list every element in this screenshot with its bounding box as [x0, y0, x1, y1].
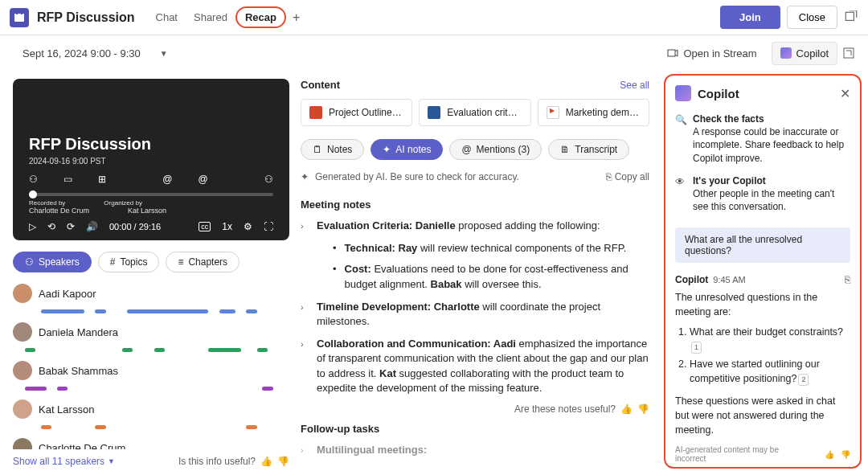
- speaker-row[interactable]: Kat Larsson: [13, 399, 289, 419]
- middle-column: Content See all Project Outline Ro... Ev…: [289, 71, 661, 475]
- speakers-list: Aadi KapoorDaniela ManderaBabak ShammasK…: [13, 284, 289, 449]
- layout-icon[interactable]: ⊞: [98, 174, 106, 185]
- speaker-timeline[interactable]: [19, 346, 289, 353]
- page-title: RFP Discussion: [37, 10, 135, 25]
- avatar: [13, 284, 32, 303]
- content-heading: Content: [301, 79, 340, 91]
- copilot-title: Copilot: [698, 87, 739, 100]
- video-player[interactable]: RFP Discussion 2024-09-16 9:00 PST ⚇ ▭ ⊞…: [13, 79, 289, 240]
- recorded-by-name: Charlotte De Crum: [29, 207, 89, 215]
- copilot-panel: Copilot ✕ 🔍 Check the factsA response co…: [664, 74, 862, 469]
- reference-badge[interactable]: 1: [691, 342, 702, 354]
- thumbs-up-icon[interactable]: 👍: [620, 403, 633, 415]
- notes-tab-ai-notes[interactable]: ✦ AI notes: [371, 139, 443, 160]
- transcript-icon: 🗎: [560, 144, 570, 155]
- thumbs-down-icon[interactable]: 👎: [637, 403, 649, 415]
- speaker-name: Charlotte De Crum: [39, 442, 125, 450]
- at-icon: @: [461, 144, 471, 155]
- tab-shared[interactable]: Shared: [186, 8, 235, 27]
- at-icon-2[interactable]: @: [199, 174, 208, 185]
- rewind-icon[interactable]: ⟲: [47, 221, 55, 232]
- join-button[interactable]: Join: [720, 6, 780, 29]
- at-icon[interactable]: @: [162, 174, 172, 185]
- settings-icon[interactable]: ⚙: [244, 221, 252, 232]
- close-icon[interactable]: ✕: [840, 86, 850, 101]
- speaker-timeline[interactable]: [19, 385, 289, 391]
- speaker-timeline[interactable]: [19, 308, 289, 314]
- followup-heading: Follow-up tasks: [301, 423, 649, 435]
- popout-icon[interactable]: [844, 10, 858, 25]
- tab-chat[interactable]: Chat: [148, 8, 186, 27]
- show-all-speakers-button[interactable]: Show all 11 speakers ▼: [13, 456, 115, 467]
- thumbs-down-icon[interactable]: 👎: [277, 456, 289, 467]
- copy-all-button[interactable]: ⎘ Copy all: [606, 171, 649, 182]
- fullscreen-icon[interactable]: ⛶: [264, 221, 273, 232]
- avatar: [13, 438, 32, 449]
- notes-tab-mentions[interactable]: @ Mentions (3): [449, 139, 542, 160]
- filter-speakers[interactable]: ⚇ Speakers: [13, 252, 92, 272]
- notes-icon: 🗒: [313, 144, 322, 155]
- avatar: [13, 322, 32, 342]
- panel-popout-icon[interactable]: [842, 47, 855, 59]
- content-card[interactable]: Evaluation criteria...: [419, 99, 530, 126]
- speaker-row[interactable]: Daniela Mandera: [13, 322, 289, 342]
- people-icon[interactable]: ⚇: [29, 174, 38, 185]
- speaker-row[interactable]: Charlotte De Crum: [13, 438, 289, 449]
- copy-icon: ⎘: [606, 171, 612, 182]
- suggestion-chip[interactable]: What are all the unresolved questions?: [675, 227, 850, 263]
- filter-topics[interactable]: # Topics: [98, 252, 160, 272]
- video-progress-bar[interactable]: [29, 193, 273, 196]
- copilot-toggle-button[interactable]: Copilot: [772, 42, 837, 65]
- tab-recap[interactable]: Recap: [235, 6, 286, 28]
- speed-label[interactable]: 1x: [222, 221, 232, 232]
- word-icon: [428, 106, 440, 119]
- thumbs-up-icon[interactable]: 👍: [260, 456, 272, 467]
- forward-icon[interactable]: ⟳: [67, 221, 75, 232]
- open-in-stream-button[interactable]: Open in Stream: [659, 43, 764, 64]
- close-button[interactable]: Close: [787, 6, 837, 29]
- play-icon[interactable]: ▷: [29, 221, 36, 232]
- magnify-icon: 🔍: [675, 113, 686, 165]
- app-header: RFP Discussion Chat Shared Recap + Join …: [0, 0, 868, 35]
- ai-disclaimer: AI-generated content may be incorrect: [675, 445, 812, 463]
- copilot-logo-icon: [675, 85, 691, 101]
- video-title: RFP Discussion: [13, 135, 289, 154]
- date-range-selector[interactable]: Sept 16, 2024 9:00 - 9:30 ▼: [13, 44, 178, 63]
- svg-rect-2: [21, 12, 23, 14]
- list-icon: ≡: [178, 256, 183, 268]
- notes-useful-text: Are these notes useful?: [514, 403, 616, 415]
- see-all-link[interactable]: See all: [620, 80, 649, 91]
- svg-rect-0: [14, 14, 24, 22]
- subheader: Sept 16, 2024 9:00 - 9:30 ▼ Open in Stre…: [0, 35, 868, 71]
- speaker-row[interactable]: Babak Shammas: [13, 361, 289, 380]
- avatar: [13, 361, 32, 380]
- copy-icon[interactable]: ⎘: [845, 274, 850, 285]
- people-icon: ⚇: [25, 256, 34, 268]
- speaker-row[interactable]: Aadi Kapoor: [13, 284, 289, 303]
- notes-tab-notes[interactable]: 🗒 Notes: [301, 139, 364, 160]
- message-time: 9:45 AM: [713, 275, 745, 285]
- svg-rect-5: [844, 48, 854, 58]
- share-icon[interactable]: ⚇: [264, 174, 273, 185]
- sparkle-icon: ✦: [301, 171, 309, 182]
- thumbs-up-icon[interactable]: 👍: [825, 450, 834, 459]
- message-sender: Copilot: [675, 274, 708, 285]
- thumbs-down-icon[interactable]: 👎: [841, 450, 850, 459]
- chevron-right-icon[interactable]: ›: [301, 301, 309, 329]
- content-card[interactable]: Marketing demo f...: [538, 99, 649, 126]
- ai-disclaimer-text: Generated by AI. Be sure to check for ac…: [315, 171, 519, 182]
- chevron-right-icon[interactable]: ›: [301, 338, 309, 395]
- content-card[interactable]: Project Outline Ro...: [301, 99, 412, 126]
- notes-tab-transcript[interactable]: 🗎 Transcript: [548, 139, 629, 160]
- chevron-right-icon[interactable]: ›: [301, 220, 309, 233]
- captions-icon[interactable]: cc: [199, 222, 211, 231]
- video-date: 2024-09-16 9:00 PST: [13, 154, 289, 174]
- volume-icon[interactable]: 🔊: [86, 221, 98, 232]
- organized-by-name: Kat Larsson: [128, 207, 166, 215]
- filter-chapters[interactable]: ≡ Chapters: [166, 252, 240, 272]
- reference-badge[interactable]: 2: [798, 374, 809, 386]
- video-file-icon: [547, 106, 559, 119]
- speaker-timeline[interactable]: [19, 424, 289, 430]
- add-tab-button[interactable]: +: [286, 7, 306, 28]
- video-icon[interactable]: ▭: [63, 174, 72, 185]
